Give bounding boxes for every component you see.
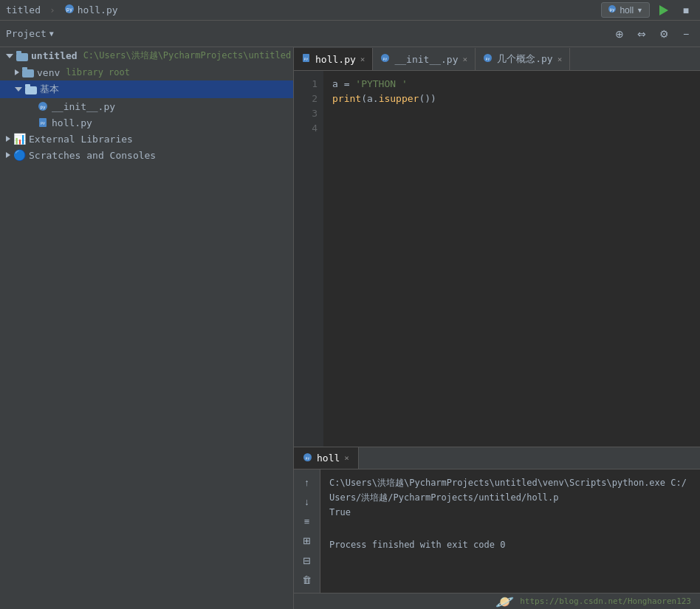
string-python: 'PYTHON ' xyxy=(355,77,407,92)
var-a2: a xyxy=(367,92,373,106)
editor-tab-bar: py holl.py × py __init__.py × xyxy=(294,47,700,71)
tab-concepts-py[interactable]: py 几个概念.py × xyxy=(476,48,570,70)
filter-button[interactable]: ≡ xyxy=(298,515,316,529)
tab-init-py[interactable]: py __init__.py × xyxy=(373,48,476,70)
scratches-label: Scratches and Consoles xyxy=(29,150,156,161)
project-chevron-icon: ▼ xyxy=(49,30,54,38)
run-config-label: holl xyxy=(620,5,634,16)
bottom-panel: py holl × ↑ ↓ ≡ ⊞ ⊟ 🗑 xyxy=(294,447,700,609)
holl-label: holl.py xyxy=(52,117,92,128)
sidebar-item-holl[interactable]: py holl.py xyxy=(0,114,293,131)
func-print: print xyxy=(332,92,361,106)
basic-folder-icon xyxy=(25,83,37,95)
svg-rect-6 xyxy=(22,69,34,78)
line-num-4: 4 xyxy=(294,121,318,136)
svg-text:py: py xyxy=(610,7,616,13)
sidebar-item-venv[interactable]: venv library root xyxy=(0,64,293,80)
code-content[interactable]: a = 'PYTHON ' print ( a . isupper ()) xyxy=(323,71,700,447)
tab-init-icon: py xyxy=(380,53,390,65)
title-separator: › xyxy=(49,4,55,16)
output-result: True xyxy=(329,505,691,520)
sidebar-item-scratches[interactable]: 🔵 Scratches and Consoles xyxy=(0,147,293,163)
tab-init-close[interactable]: × xyxy=(463,55,468,64)
run-config-button[interactable]: py holl ▼ xyxy=(601,2,650,18)
bottom-tab-close-icon[interactable]: × xyxy=(344,453,349,463)
main-layout: Project ▼ ⊕ ⇔ ⚙ − untitled C:\Users\洪培越\… xyxy=(0,21,700,609)
scroll-up-button[interactable]: ↑ xyxy=(298,475,316,489)
sync-files-button[interactable]: ⊕ xyxy=(611,26,628,42)
holl-py-icon: py xyxy=(37,117,49,128)
project-toolbar: Project ▼ ⊕ ⇔ ⚙ − xyxy=(0,21,700,47)
project-label-text: Project xyxy=(6,28,47,39)
svg-text:py: py xyxy=(383,57,388,61)
tab-holl-icon: py xyxy=(301,53,311,65)
ext-lib-label: External Libraries xyxy=(29,134,133,145)
tab-holl-close[interactable]: × xyxy=(360,55,366,64)
expand-icon xyxy=(6,54,13,58)
title-filename: holl.py xyxy=(78,4,118,16)
svg-rect-7 xyxy=(22,67,27,70)
project-title: titled xyxy=(6,4,41,16)
scratches-expand-icon xyxy=(6,152,10,158)
basic-folder-label: 基本 xyxy=(40,83,59,96)
code-editor[interactable]: 1 2 3 4 a = 'PYTHON ' print ( a . xyxy=(294,71,700,447)
run-icon xyxy=(659,5,668,16)
svg-text:py: py xyxy=(306,456,310,460)
minimize-output-button[interactable]: ⊟ xyxy=(298,554,316,568)
init-label: __init__.py xyxy=(52,101,115,112)
svg-rect-5 xyxy=(16,51,21,54)
bottom-content-area: ↑ ↓ ≡ ⊞ ⊟ 🗑 C:\Users\洪培越\PycharmProjects… xyxy=(294,469,700,593)
method-isupper: isupper xyxy=(379,92,419,106)
stop-button[interactable]: ■ xyxy=(678,2,694,18)
title-bar: titled › py holl.py py holl ▼ xyxy=(0,0,700,21)
tab-holl-py[interactable]: py holl.py × xyxy=(294,48,373,70)
footer-url: https://blog.csdn.net/Honghaoren123 xyxy=(520,596,691,606)
project-folder-icon xyxy=(16,50,28,62)
sidebar-item-init[interactable]: py __init__.py xyxy=(0,98,293,114)
clear-output-button[interactable]: 🗑 xyxy=(298,574,316,588)
title-bar-right: py holl ▼ ■ xyxy=(601,2,694,18)
title-file-icon: py xyxy=(64,4,75,16)
run-config-icon: py xyxy=(608,4,617,16)
line-num-2: 2 xyxy=(294,92,318,106)
svg-text:py: py xyxy=(66,7,72,13)
bottom-footer: 🪐 https://blog.csdn.net/Honghaoren123 xyxy=(294,593,700,609)
tab-init-label: __init__.py xyxy=(394,54,458,65)
tab-concepts-close[interactable]: × xyxy=(557,55,563,64)
output-command: C:\Users\洪培越\PycharmProjects\untitled\ve… xyxy=(329,475,691,505)
expand-all-button[interactable]: ⇔ xyxy=(634,26,650,42)
editor-area: py holl.py × py __init__.py × xyxy=(294,47,700,609)
run-button[interactable] xyxy=(656,2,672,18)
scratches-icon: 🔵 xyxy=(13,149,26,161)
bottom-tab-holl[interactable]: py holl × xyxy=(294,447,359,469)
sidebar-item-external-libraries[interactable]: 📊 External Libraries xyxy=(0,131,293,147)
chevron-down-icon: ▼ xyxy=(636,7,643,14)
sidebar-item-basic-folder[interactable]: 基本 xyxy=(0,80,293,98)
project-root-label: untitled xyxy=(31,50,78,61)
line-numbers: 1 2 3 4 xyxy=(294,71,323,447)
svg-rect-8 xyxy=(25,86,37,94)
svg-rect-9 xyxy=(25,84,30,87)
planet-icon: 🪐 xyxy=(495,593,514,610)
svg-text:py: py xyxy=(304,57,309,61)
svg-rect-4 xyxy=(16,53,28,61)
expand-output-button[interactable]: ⊞ xyxy=(298,534,316,548)
venv-folder-icon xyxy=(22,66,34,78)
bottom-tab-holl-label: holl xyxy=(317,453,340,464)
tab-concepts-icon: py xyxy=(483,53,493,65)
tab-holl-label: holl.py xyxy=(315,54,356,65)
title-bar-left: titled › py holl.py xyxy=(6,4,601,16)
project-root-path: C:\Users\洪培越\PycharmProjects\untitled xyxy=(83,49,292,62)
code-line-1: a = 'PYTHON ' xyxy=(332,77,691,92)
settings-button[interactable]: ⚙ xyxy=(656,26,672,42)
tab-concepts-label: 几个概念.py xyxy=(497,52,552,66)
output-exit-message: Process finished with exit code 0 xyxy=(329,523,691,552)
close-panel-button[interactable]: − xyxy=(678,26,694,42)
sidebar-item-project-root[interactable]: untitled C:\Users\洪培越\PycharmProjects\un… xyxy=(0,47,293,64)
content-area: untitled C:\Users\洪培越\PycharmProjects\un… xyxy=(0,47,700,609)
line-num-3: 3 xyxy=(294,106,318,121)
title-file: py holl.py xyxy=(64,4,118,16)
svg-text:py: py xyxy=(40,104,46,110)
scroll-down-button[interactable]: ↓ xyxy=(298,495,316,509)
bottom-sidebar: ↑ ↓ ≡ ⊞ ⊟ 🗑 xyxy=(294,469,320,593)
